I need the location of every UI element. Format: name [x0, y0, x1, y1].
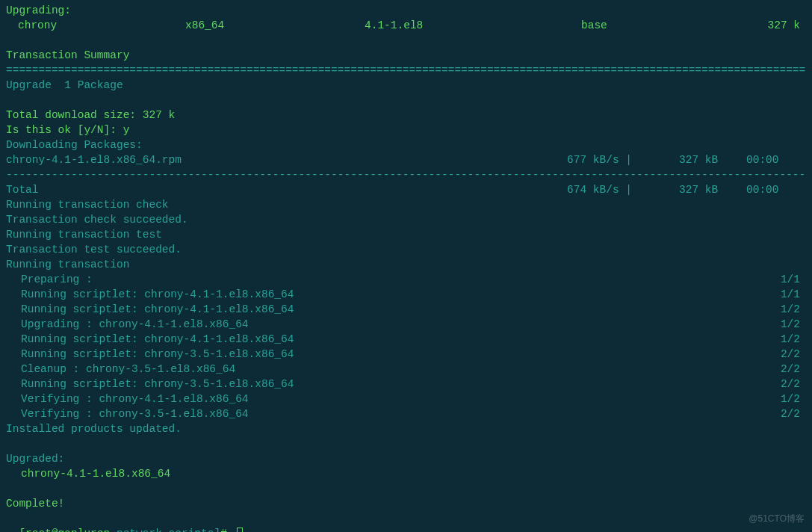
step-action: Running scriptlet: chrony-3.5-1.el8.x86_… — [6, 377, 769, 392]
check-line: Transaction check succeeded. — [6, 212, 806, 227]
transaction-step: Running scriptlet: chrony-3.5-1.el8.x86_… — [6, 347, 806, 362]
transaction-summary-label: Transaction Summary — [6, 48, 806, 63]
shell-prompt[interactable]: [root@ganluren network-scripts]# — [6, 511, 806, 532]
divider-equals: ========================================… — [6, 63, 806, 78]
step-action: Verifying : chrony-3.5-1.el8.x86_64 — [6, 406, 769, 421]
step-count: 1/1 — [769, 272, 806, 287]
step-action: Verifying : chrony-4.1-1.el8.x86_64 — [6, 392, 769, 406]
complete-message: Complete! — [6, 496, 806, 511]
step-count: 2/2 — [769, 377, 806, 392]
transaction-step: Preparing :1/1 — [6, 272, 806, 287]
upgraded-label: Upgraded: — [6, 451, 806, 466]
pkg-name: chrony — [6, 18, 185, 33]
upgrade-count: Upgrade 1 Package — [6, 78, 806, 93]
transaction-step: Upgrading : chrony-4.1-1.el8.x86_641/2 — [6, 317, 806, 332]
step-action: Running scriptlet: chrony-4.1-1.el8.x86_… — [6, 287, 769, 302]
transaction-step: Running scriptlet: chrony-3.5-1.el8.x86_… — [6, 377, 806, 392]
total-time: 00:00 — [746, 182, 806, 197]
step-action: Running scriptlet: chrony-3.5-1.el8.x86_… — [6, 347, 769, 362]
total-label: Total — [6, 182, 567, 197]
transaction-step: Running scriptlet: chrony-4.1-1.el8.x86_… — [6, 302, 806, 317]
installed-updated: Installed products updated. — [6, 421, 806, 436]
download-time: 00:00 — [746, 152, 806, 167]
pkg-size: 327 k — [746, 18, 806, 33]
transaction-check-block: Running transaction checkTransaction che… — [6, 197, 806, 272]
download-file-name: chrony-4.1-1.el8.x86_64.rpm — [6, 152, 567, 167]
transaction-steps: Preparing :1/1Running scriptlet: chrony-… — [6, 272, 806, 421]
prompt-user-host: [root@ganluren — [19, 528, 110, 532]
step-count: 1/1 — [769, 287, 806, 302]
confirm-prompt: Is this ok [y/N]: y — [6, 123, 806, 137]
pkg-version: 4.1-1.el8 — [365, 18, 581, 33]
cursor-icon — [237, 528, 243, 532]
package-row: chrony x86_64 4.1-1.el8 base 327 k — [6, 18, 806, 33]
step-action: Running scriptlet: chrony-4.1-1.el8.x86_… — [6, 302, 769, 317]
transaction-step: Running scriptlet: chrony-4.1-1.el8.x86_… — [6, 287, 806, 302]
step-count: 2/2 — [769, 347, 806, 362]
check-line: Transaction test succeeded. — [6, 242, 806, 257]
downloading-label: Downloading Packages: — [6, 137, 806, 152]
total-size: 327 kB — [679, 182, 746, 197]
divider-dash: ----------------------------------------… — [6, 167, 806, 182]
step-action: Upgrading : chrony-4.1-1.el8.x86_64 — [6, 317, 769, 332]
step-count: 1/2 — [769, 317, 806, 332]
step-count: 1/2 — [769, 302, 806, 317]
step-count: 1/2 — [769, 392, 806, 406]
pkg-repo: base — [581, 18, 746, 33]
total-rate: 674 kB/s | — [567, 182, 679, 197]
upgraded-package: chrony-4.1-1.el8.x86_64 — [6, 466, 806, 481]
watermark: @51CTO博客 — [749, 511, 805, 526]
check-line: Running transaction check — [6, 197, 806, 212]
transaction-step: Verifying : chrony-4.1-1.el8.x86_641/2 — [6, 392, 806, 406]
transaction-step: Running scriptlet: chrony-4.1-1.el8.x86_… — [6, 332, 806, 347]
step-action: Preparing : — [6, 272, 769, 287]
step-count: 1/2 — [769, 332, 806, 347]
step-count: 2/2 — [769, 362, 806, 377]
prompt-path: network-scripts] — [110, 528, 220, 532]
total-row: Total 674 kB/s | 327 kB 00:00 — [6, 182, 806, 197]
download-size: Total download size: 327 k — [6, 108, 806, 123]
check-line: Running transaction test — [6, 227, 806, 242]
prompt-symbol: # — [220, 528, 233, 532]
pkg-arch: x86_64 — [185, 18, 365, 33]
download-file-row: chrony-4.1-1.el8.x86_64.rpm 677 kB/s | 3… — [6, 152, 806, 167]
transaction-step: Cleanup : chrony-3.5-1.el8.x86_642/2 — [6, 362, 806, 377]
upgrading-header: Upgrading: — [6, 3, 806, 18]
check-line: Running transaction — [6, 257, 806, 272]
download-size-val: 327 kB — [679, 152, 746, 167]
download-rate: 677 kB/s | — [567, 152, 679, 167]
step-action: Running scriptlet: chrony-4.1-1.el8.x86_… — [6, 332, 769, 347]
step-action: Cleanup : chrony-3.5-1.el8.x86_64 — [6, 362, 769, 377]
step-count: 2/2 — [769, 406, 806, 421]
transaction-step: Verifying : chrony-3.5-1.el8.x86_642/2 — [6, 406, 806, 421]
